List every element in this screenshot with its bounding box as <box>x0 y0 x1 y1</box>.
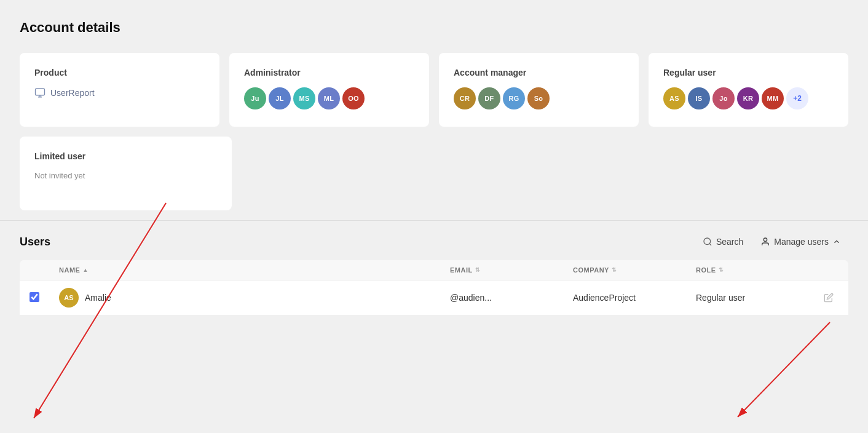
avatar-ml[interactable]: ML <box>318 87 340 109</box>
name-sort-asc-icon: ▲ <box>82 267 88 273</box>
search-button[interactable]: Search <box>695 233 751 250</box>
row-email-cell: @audien... <box>445 285 568 310</box>
administrator-card-title: Administrator <box>244 68 414 77</box>
company-sort-icon: ⇅ <box>612 267 617 273</box>
not-invited-text: Not invited yet <box>34 171 217 180</box>
manage-users-label: Manage users <box>774 237 829 247</box>
row-edit-cell[interactable] <box>814 285 843 310</box>
account-manager-card: Account manager CR DF RG So <box>439 53 639 127</box>
cards-row-top: Product UserReport Administrator Ju JL M… <box>20 53 848 127</box>
avatar-ms[interactable]: MS <box>293 87 315 109</box>
users-header: Users Search Manage users <box>20 233 848 250</box>
avatar-so[interactable]: So <box>527 87 550 109</box>
avatar-mm[interactable]: MM <box>762 87 784 109</box>
regular-user-card-title: Regular user <box>663 68 834 77</box>
table-header: NAME ▲ EMAIL ⇅ COMPANY ⇅ ROLE ⇅ <box>20 260 848 280</box>
th-name[interactable]: NAME ▲ <box>54 260 445 280</box>
avatar-as[interactable]: AS <box>663 87 685 109</box>
regular-user-card: Regular user AS IS Jo KR MM +2 <box>649 53 848 127</box>
search-icon <box>703 237 712 247</box>
table-row: AS Amalie @audien... AudienceProject Reg… <box>20 280 848 316</box>
avatar-is[interactable]: IS <box>688 87 710 109</box>
email-sort-icon: ⇅ <box>475 267 481 273</box>
account-manager-card-title: Account manager <box>454 68 624 77</box>
th-actions <box>814 260 843 280</box>
th-role[interactable]: ROLE ⇅ <box>691 260 814 280</box>
avatar-rg[interactable]: RG <box>503 87 525 109</box>
limited-user-card-title: Limited user <box>34 151 217 161</box>
avatar-more[interactable]: +2 <box>786 87 808 109</box>
users-section: Users Search Manage users <box>0 233 868 316</box>
role-sort-icon: ⇅ <box>719 267 724 273</box>
product-name: UserReport <box>50 88 95 98</box>
chevron-up-icon <box>832 237 841 246</box>
manage-users-button[interactable]: Manage users <box>753 233 848 250</box>
row-checkbox-cell[interactable] <box>25 285 54 311</box>
product-icon-row: UserReport <box>34 87 95 98</box>
row-role-cell: Regular user <box>691 285 814 310</box>
svg-line-4 <box>738 322 830 417</box>
product-card-title: Product <box>34 68 205 77</box>
th-checkbox <box>25 260 54 280</box>
row-name-cell: AS Amalie <box>54 280 445 315</box>
users-table: NAME ▲ EMAIL ⇅ COMPANY ⇅ ROLE ⇅ <box>20 260 848 316</box>
user-name: Amalie <box>85 293 111 303</box>
avatar-cr[interactable]: CR <box>454 87 476 109</box>
section-divider <box>0 220 868 221</box>
th-company[interactable]: COMPANY ⇅ <box>568 260 691 280</box>
th-email[interactable]: EMAIL ⇅ <box>445 260 568 280</box>
user-avatar: AS <box>59 288 79 308</box>
svg-rect-0 <box>36 89 45 95</box>
administrator-avatars: Ju JL MS ML OO <box>244 87 414 109</box>
monitor-icon <box>34 87 45 98</box>
users-actions: Search Manage users <box>695 233 848 250</box>
avatar-jo[interactable]: Jo <box>712 87 735 109</box>
administrator-card: Administrator Ju JL MS ML OO <box>229 53 429 127</box>
person-icon <box>760 237 770 247</box>
edit-icon[interactable] <box>824 293 834 303</box>
svg-point-2 <box>764 238 767 241</box>
regular-user-avatars: AS IS Jo KR MM +2 <box>663 87 834 109</box>
avatar-kr[interactable]: KR <box>737 87 759 109</box>
avatar-oo[interactable]: OO <box>342 87 365 109</box>
row-company-cell: AudienceProject <box>568 285 691 310</box>
avatar-jl[interactable]: JL <box>269 87 291 109</box>
page-title: Account details <box>20 20 848 36</box>
svg-point-1 <box>704 238 711 245</box>
account-manager-avatars: CR DF RG So <box>454 87 624 109</box>
row-checkbox[interactable] <box>30 292 39 302</box>
name-cell: AS Amalie <box>59 288 440 308</box>
cards-row-bottom: Limited user Not invited yet <box>20 137 848 210</box>
users-title: Users <box>20 236 50 248</box>
avatar-ju[interactable]: Ju <box>244 87 266 109</box>
limited-user-card: Limited user Not invited yet <box>20 137 232 210</box>
product-card: Product UserReport <box>20 53 219 127</box>
search-label: Search <box>716 237 743 247</box>
avatar-df[interactable]: DF <box>478 87 500 109</box>
